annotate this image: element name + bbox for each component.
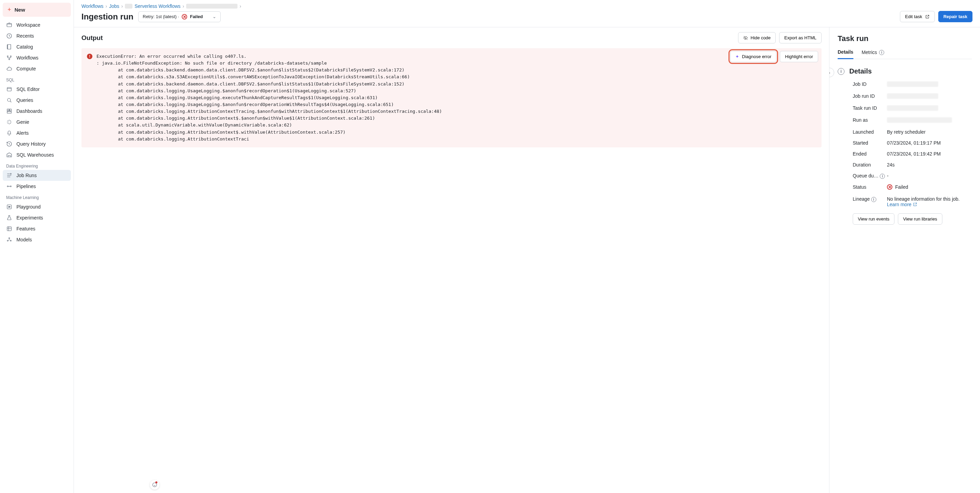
svg-point-4 <box>9 59 10 60</box>
fail-icon <box>887 184 892 190</box>
diagnose-error-button[interactable]: ✦ Diagnose error <box>730 51 776 62</box>
hide-code-label: Hide code <box>751 35 771 40</box>
nav-label: Catalog <box>16 44 33 49</box>
sidebar-item-pipelines[interactable]: Pipelines <box>3 181 71 192</box>
tab-metrics[interactable]: Metrics i <box>862 46 884 59</box>
nav-label: Alerts <box>16 130 29 136</box>
flow-icon <box>6 55 12 61</box>
kv-key-duration: Duration <box>853 162 887 168</box>
nav-label: Models <box>16 237 32 243</box>
breadcrumb-jobs[interactable]: Jobs <box>109 3 119 9</box>
kv-key-launched: Launched <box>853 129 887 135</box>
chevron-right-icon: › <box>183 3 185 9</box>
sidebar-item-catalog[interactable]: Catalog <box>3 41 71 52</box>
kv-key-started: Started <box>853 140 887 146</box>
kv-key-taskrunid: Task run ID <box>853 105 887 111</box>
tab-metrics-label: Metrics <box>862 49 877 55</box>
hide-code-button[interactable]: Hide code <box>738 32 776 43</box>
chevron-right-icon: › <box>105 3 107 9</box>
sidebar-item-query-history[interactable]: Query History <box>3 138 71 149</box>
kv-key-jobrunid: Job run ID <box>853 94 887 99</box>
svg-rect-7 <box>7 109 9 111</box>
chevron-right-icon: › <box>240 3 241 9</box>
nav-label: Compute <box>16 66 36 71</box>
kv-key-status: Status <box>853 184 887 190</box>
external-link-icon <box>925 14 930 19</box>
sidebar-item-alerts[interactable]: Alerts <box>3 127 71 138</box>
sidebar-item-playground[interactable]: Playground <box>3 201 71 212</box>
sidebar-item-sql-editor[interactable]: SQL Editor <box>3 84 71 95</box>
svg-rect-5 <box>7 87 11 91</box>
sidebar-item-dashboards[interactable]: Dashboards <box>3 106 71 117</box>
smiley-icon <box>152 482 158 488</box>
breadcrumbs: Workflows › Jobs › Serverless Workflows … <box>81 3 972 9</box>
kv-key-runas: Run as <box>853 117 887 123</box>
topbar: Workflows › Jobs › Serverless Workflows … <box>74 0 980 27</box>
retry-status: Failed <box>190 14 203 19</box>
kv-val-started: 07/23/2024, 01:19:17 PM <box>887 140 972 146</box>
sidebar-item-recents[interactable]: Recents <box>3 30 71 41</box>
plus-icon: + <box>8 6 11 13</box>
retry-prefix: Retry: 1st (latest) · <box>143 14 179 19</box>
highlight-label: Highlight error <box>785 54 813 59</box>
section-label: Machine Learning <box>3 192 71 201</box>
breadcrumb-serverless[interactable]: Serverless Workflows <box>134 3 180 9</box>
clock-icon <box>6 33 12 39</box>
svg-rect-9 <box>7 111 11 113</box>
sidebar-item-experiments[interactable]: Experiments <box>3 212 71 223</box>
nav-label: Recents <box>16 33 34 39</box>
edit-task-label: Edit task <box>905 14 922 19</box>
panel-tabs: Details Metrics i <box>838 46 972 59</box>
export-html-button[interactable]: Export as HTML <box>779 32 822 43</box>
runs-icon <box>6 172 12 179</box>
svg-rect-0 <box>7 24 12 27</box>
svg-point-18 <box>153 483 157 487</box>
status-badge: Failed <box>887 184 908 190</box>
sidebar-item-models[interactable]: Models <box>3 234 71 245</box>
sidebar-item-queries[interactable]: Queries <box>3 95 71 106</box>
kv-val-launched: By retry scheduler <box>887 129 972 135</box>
sparkle-icon <box>6 119 12 125</box>
sidebar-item-workspace[interactable]: Workspace <box>3 19 71 30</box>
bell-icon <box>6 130 12 136</box>
sidebar-item-genie[interactable]: Genie <box>3 117 71 127</box>
view-run-libraries-label: View run libraries <box>903 216 937 222</box>
sidebar-item-workflows[interactable]: Workflows <box>3 52 71 63</box>
new-button[interactable]: + New <box>3 3 71 17</box>
repair-task-label: Repair task <box>943 14 967 19</box>
pipeline-icon <box>6 183 12 189</box>
nav-label: Job Runs <box>16 173 37 178</box>
tab-details[interactable]: Details <box>838 46 853 59</box>
sidebar-item-features[interactable]: Features <box>3 223 71 234</box>
breadcrumb-workflows[interactable]: Workflows <box>81 3 103 9</box>
repair-task-button[interactable]: Repair task <box>938 11 972 22</box>
view-run-events-button[interactable]: View run events <box>853 213 894 225</box>
retry-select[interactable]: Retry: 1st (latest) · Failed ⌄ <box>138 11 221 22</box>
title-row: Ingestion run Retry: 1st (latest) · Fail… <box>81 11 972 22</box>
nav-label: Features <box>16 226 35 231</box>
svg-point-3 <box>10 56 11 57</box>
main: Workflows › Jobs › Serverless Workflows … <box>74 0 980 493</box>
output-pane: Output Hide code Export as HTML ! Execut… <box>74 27 829 493</box>
highlight-error-button[interactable]: Highlight error <box>780 51 818 62</box>
sidebar: + New WorkspaceRecentsCatalogWorkflowsCo… <box>0 0 74 493</box>
sidebar-item-sql-warehouses[interactable]: SQL Warehouses <box>3 149 71 160</box>
search-icon <box>6 97 12 103</box>
section-label: SQL <box>3 74 71 84</box>
sidebar-item-job-runs[interactable]: Job Runs <box>3 170 71 181</box>
kv-val-duration: 24s <box>887 162 972 168</box>
svg-point-11 <box>7 186 8 187</box>
nav-label: SQL Warehouses <box>16 152 54 158</box>
view-run-libraries-button[interactable]: View run libraries <box>898 213 942 225</box>
book-icon <box>6 44 12 50</box>
feedback-button[interactable] <box>150 480 159 490</box>
nav-label: Playground <box>16 204 41 209</box>
view-run-events-label: View run events <box>858 216 889 222</box>
fail-icon <box>182 14 187 19</box>
learn-more-link[interactable]: Learn more <box>887 202 917 207</box>
breadcrumb-redacted-icon <box>125 4 132 8</box>
kv-key-queue: Queue du… i <box>853 173 887 179</box>
panel-title: Task run <box>838 34 972 43</box>
sidebar-item-compute[interactable]: Compute <box>3 63 71 74</box>
edit-task-button[interactable]: Edit task <box>900 11 935 22</box>
